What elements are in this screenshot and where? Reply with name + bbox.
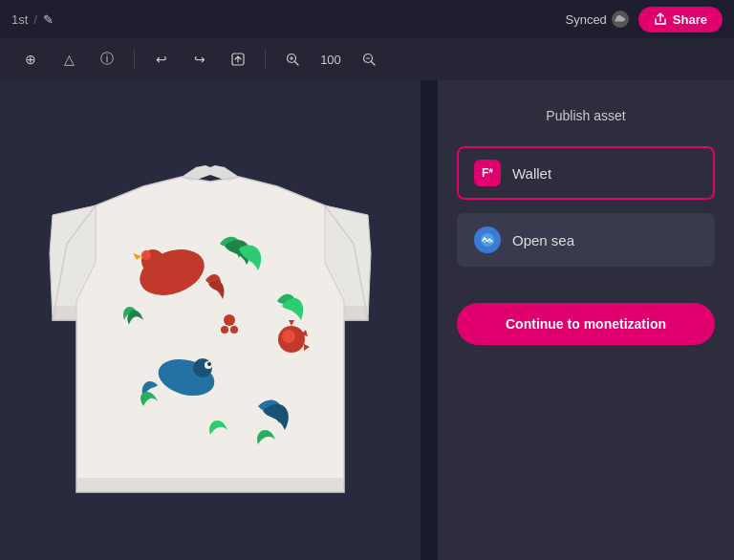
share-icon xyxy=(654,12,667,26)
info-tool[interactable]: ⓘ xyxy=(92,44,122,75)
publish-title: Publish asset xyxy=(457,108,715,123)
panel-body: Publish asset F* Wallet Open sea Continu… xyxy=(438,79,734,364)
move-tool[interactable]: ⊕ xyxy=(15,44,46,75)
wallet-option[interactable]: F* Wallet xyxy=(457,146,715,200)
publish-panel: Share Publish Fashathon × Publish asset … xyxy=(438,38,734,560)
zoom-out-button[interactable] xyxy=(354,44,384,75)
breadcrumb-name: 1st xyxy=(11,12,28,27)
svg-point-13 xyxy=(221,326,228,334)
export-button[interactable] xyxy=(223,44,253,75)
svg-point-5 xyxy=(141,250,151,260)
share-button[interactable]: Share xyxy=(638,7,723,32)
sweater-container xyxy=(38,119,382,521)
svg-point-11 xyxy=(282,330,295,343)
svg-point-12 xyxy=(224,314,235,326)
cloud-icon xyxy=(615,13,626,25)
shape-tool[interactable]: △ xyxy=(54,44,84,75)
share-label: Share xyxy=(673,12,707,27)
top-bar: 1st / ✎ Synced Share xyxy=(0,0,734,38)
zoom-in-icon xyxy=(286,53,299,66)
wallet-icon: F* xyxy=(474,160,501,186)
opensea-icon xyxy=(474,226,501,253)
continue-button[interactable]: Continue to monetization xyxy=(457,303,715,345)
edit-icon[interactable]: ✎ xyxy=(43,12,54,27)
opensea-option[interactable]: Open sea xyxy=(457,213,715,267)
zoom-in-button[interactable] xyxy=(277,44,308,75)
breadcrumb-area: 1st / ✎ xyxy=(11,12,565,27)
synced-status: Synced xyxy=(565,11,628,28)
redo-button[interactable]: ↪ xyxy=(184,44,215,75)
zoom-value: 100 xyxy=(315,53,346,67)
breadcrumb-sep1: / xyxy=(33,12,37,27)
svg-rect-15 xyxy=(76,478,344,492)
svg-point-14 xyxy=(230,326,238,334)
synced-dot-icon xyxy=(612,11,629,28)
undo-button[interactable]: ↩ xyxy=(146,44,177,75)
toolbar-sep2 xyxy=(265,50,266,69)
top-bar-right: Synced Share xyxy=(565,7,723,32)
wallet-label: Wallet xyxy=(512,165,551,182)
toolbar-sep1 xyxy=(134,50,135,69)
canvas-area xyxy=(0,80,421,560)
sweater-illustration xyxy=(48,129,373,511)
svg-point-9 xyxy=(207,362,211,366)
synced-label: Synced xyxy=(565,12,606,27)
opensea-logo xyxy=(480,232,495,248)
zoom-out-icon xyxy=(362,53,376,66)
toolbar: ⊕ △ ⓘ ↩ ↪ 100 xyxy=(0,38,734,80)
opensea-label: Open sea xyxy=(512,232,574,248)
export-icon xyxy=(231,53,245,66)
